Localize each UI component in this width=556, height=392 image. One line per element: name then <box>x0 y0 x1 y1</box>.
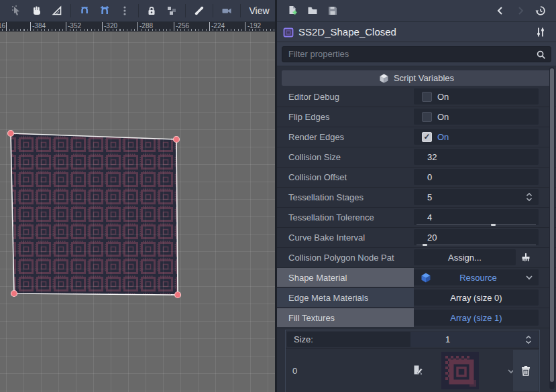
spinner-arrows-icon[interactable] <box>525 189 533 205</box>
select-tool-icon[interactable] <box>7 2 27 19</box>
array-value: Array (size 1) <box>414 313 539 323</box>
checkbox-unchecked[interactable] <box>422 112 432 122</box>
pan-tool-icon[interactable] <box>27 2 47 19</box>
toolbar-separator <box>240 4 241 17</box>
new-resource-icon[interactable] <box>282 2 302 19</box>
property-label: Collision Size <box>277 147 414 166</box>
ruler-label: -352 <box>68 22 81 29</box>
checkbox-checked[interactable]: ✓ <box>422 132 432 142</box>
assign-button[interactable]: Assign... <box>414 249 516 265</box>
godot-editor: View -416 -384 -352 -320 -288 -256 -224 … <box>0 0 556 392</box>
save-resource-icon[interactable] <box>323 2 343 19</box>
property-label: Edge Meta Materials <box>277 288 414 307</box>
filter-row <box>277 42 556 66</box>
slider-track[interactable] <box>416 224 536 225</box>
array-size-label: Size: <box>287 332 410 347</box>
resource-value: Resource <box>431 273 525 283</box>
slider-track[interactable] <box>416 245 536 245</box>
ruler-label: -320 <box>104 22 117 29</box>
edit-resource-icon[interactable] <box>412 364 424 376</box>
array-size-field[interactable]: 1 <box>410 332 538 347</box>
history-back-icon[interactable] <box>490 2 510 19</box>
inspector-scrollbar[interactable] <box>549 67 555 389</box>
filter-properties-input[interactable] <box>282 49 551 59</box>
ruler-label: -224 <box>211 22 225 29</box>
view-menu-button[interactable]: View <box>243 2 275 19</box>
array-item-row: 0 <box>286 349 539 392</box>
smart-snap-icon[interactable] <box>74 2 95 19</box>
ruler-label: -288 <box>140 22 153 29</box>
inspector-panel: SS2D_Shape_Closed Script Variables <box>277 0 556 392</box>
texture-preview[interactable] <box>441 352 479 389</box>
slider-field[interactable]: 4 <box>414 209 539 225</box>
group-icon[interactable] <box>162 2 182 19</box>
camera-icon[interactable] <box>217 2 237 19</box>
number-field[interactable]: 32 <box>414 149 539 165</box>
property-label: Shape Material <box>277 268 414 287</box>
resource-cube-icon <box>421 272 431 283</box>
property-row-render-edges: Render Edges ✓ On <box>277 127 556 147</box>
array-item-index: 0 <box>292 349 297 392</box>
property-row-shape-material: Shape Material Resource <box>277 268 556 288</box>
spin-field[interactable]: 5 <box>414 189 539 205</box>
property-row-flip-edges: Flip Edges On <box>277 107 556 127</box>
slider-grabber[interactable] <box>491 224 496 226</box>
section-script-variables[interactable]: Script Variables <box>282 70 551 86</box>
number-value: 20 <box>427 233 437 243</box>
lock-icon[interactable] <box>142 2 162 19</box>
load-resource-icon[interactable] <box>302 2 323 19</box>
resource-field[interactable]: Resource <box>414 269 539 285</box>
checkbox-field[interactable]: On <box>414 88 539 105</box>
bone-icon[interactable] <box>189 2 209 19</box>
history-icon[interactable] <box>531 2 551 19</box>
array-field[interactable]: Array (size 1) <box>414 310 539 326</box>
grid-snap-icon[interactable] <box>95 2 115 19</box>
scrollbar-grabber[interactable] <box>550 68 554 382</box>
property-label: Fill Textures <box>277 308 414 327</box>
toolbar-separator <box>185 4 186 17</box>
array-value: Array (size 0) <box>414 293 539 303</box>
number-value: 4 <box>427 212 432 222</box>
checkbox-field[interactable]: ✓ On <box>414 129 539 145</box>
array-field[interactable]: Array (size 0) <box>414 289 539 306</box>
property-label: Collision Offset <box>277 168 414 186</box>
checkbox-field[interactable]: On <box>414 109 539 125</box>
checkbox-label: On <box>437 132 449 142</box>
toolbar-separator <box>70 4 71 17</box>
property-label: Flip Edges <box>277 107 414 126</box>
property-label: Render Edges <box>277 127 414 146</box>
delete-item-button[interactable] <box>513 350 539 391</box>
pick-node-icon[interactable] <box>516 249 536 265</box>
canvas-toolbar: View <box>0 0 275 22</box>
property-label: Curve Bake Interval <box>277 228 414 247</box>
property-label: Tessellation Tolerence <box>277 208 414 226</box>
number-value: 0 <box>427 172 432 182</box>
ruler-tool-icon[interactable] <box>47 2 67 19</box>
shape-polygon[interactable] <box>0 31 275 392</box>
property-list: Editor Debug On Flip Edges On Render Edg… <box>277 87 556 392</box>
spinner-arrows-icon[interactable] <box>524 332 533 347</box>
filter-properties-field[interactable] <box>282 46 551 62</box>
section-title: Script Variables <box>394 73 454 83</box>
slider-grabber[interactable] <box>423 244 427 246</box>
2d-viewport[interactable] <box>0 31 275 392</box>
horizontal-ruler: -416 -384 -352 -320 -288 -256 -224 -192 <box>0 22 275 31</box>
number-value: 5 <box>427 192 432 202</box>
property-row-tessellation-tolerence: Tessellation Tolerence 4 <box>277 208 556 228</box>
property-row-collision-offset: Collision Offset 0 <box>277 168 556 188</box>
node-title: SS2D_Shape_Closed <box>298 26 531 38</box>
toolbar-separator <box>213 4 213 17</box>
array-size-row: Size: 1 <box>286 330 539 349</box>
number-field[interactable]: 0 <box>414 169 539 185</box>
canvas-pane: View -416 -384 -352 -320 -288 -256 -224 … <box>0 0 275 392</box>
trash-icon <box>520 365 532 377</box>
checkbox-unchecked[interactable] <box>422 92 432 102</box>
chevron-down-icon[interactable] <box>525 274 533 281</box>
object-tools-icon[interactable] <box>531 23 551 41</box>
property-row-collision-size: Collision Size 32 <box>277 147 556 168</box>
script-cube-icon <box>379 73 389 84</box>
slider-field[interactable]: 20 <box>414 229 539 245</box>
history-forward-icon[interactable] <box>510 2 531 19</box>
snap-options-icon[interactable] <box>115 2 135 19</box>
ruler-label: -416 <box>0 22 5 29</box>
